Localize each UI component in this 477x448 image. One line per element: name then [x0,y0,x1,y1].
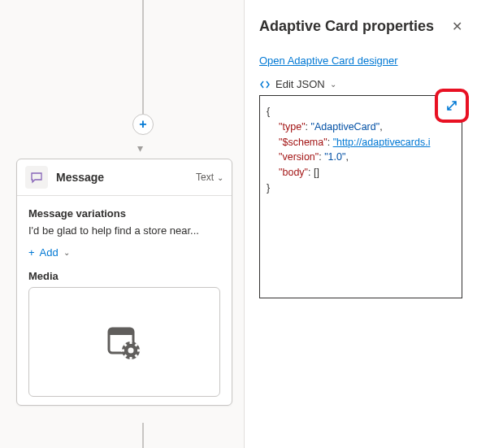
chevron-down-icon: ⌄ [63,248,70,257]
svg-line-8 [124,344,127,346]
message-type-label: Text [196,172,214,183]
chevron-down-icon: ⌄ [330,80,336,89]
message-body: Message variations I'd be glad to help f… [17,196,232,405]
flow-connector [142,423,144,448]
arrow-down-icon: ▾ [137,141,143,154]
edit-json-toggle[interactable]: Edit JSON ⌄ [259,78,462,90]
flow-canvas: + ▾ Message Text ⌄ Message variations I'… [0,0,244,448]
close-icon: ✕ [452,20,462,33]
svg-rect-1 [109,328,133,335]
svg-line-11 [124,354,127,357]
code-icon [259,79,271,90]
svg-line-10 [136,344,138,346]
panel-title: Adaptive Card properties [259,18,434,35]
media-settings-icon [102,320,147,365]
media-label: Media [28,270,220,282]
expand-editor-button[interactable] [441,95,462,116]
add-node-button[interactable]: + [132,114,154,135]
close-button[interactable]: ✕ [452,19,462,34]
message-icon [25,166,48,189]
open-designer-link[interactable]: Open Adaptive Card designer [259,54,398,67]
plus-icon: + [28,246,35,259]
variations-label: Message variations [28,207,220,220]
properties-panel: Adaptive Card properties ✕ Open Adaptive… [244,0,477,448]
svg-point-3 [128,347,134,353]
add-label: Add [40,246,59,259]
message-type-selector[interactable]: Text ⌄ [196,172,223,183]
edit-json-label: Edit JSON [275,78,325,90]
chevron-down-icon: ⌄ [217,173,223,182]
message-header: Message Text ⌄ [17,159,232,196]
variation-text[interactable]: I'd be glad to help find a store near... [28,224,220,237]
json-editor[interactable]: { "type": "AdaptiveCard", "$schema": "ht… [259,95,462,298]
plus-icon: + [139,117,146,132]
flow-connector [142,0,144,114]
message-title: Message [56,171,196,184]
message-node[interactable]: Message Text ⌄ Message variations I'd be… [16,159,232,406]
media-placeholder[interactable] [28,287,220,397]
expand-icon [445,99,458,112]
svg-line-9 [136,354,138,357]
add-variation-button[interactable]: + Add ⌄ [28,246,70,259]
expand-highlight [435,89,469,123]
